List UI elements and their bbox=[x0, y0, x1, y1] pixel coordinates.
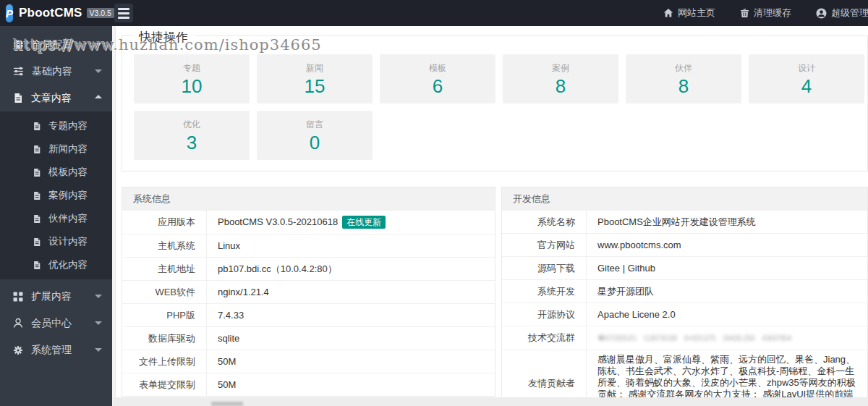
stat-card-special[interactable]: 专题 10 bbox=[134, 54, 250, 103]
stat-card-case[interactable]: 案例 8 bbox=[503, 54, 618, 103]
qq-groups-blurred: �9725052GG2873G088×82G37509435-258436978… bbox=[587, 326, 867, 350]
stat-card-optimize[interactable]: 优化 3 bbox=[134, 111, 250, 160]
subitem-label: 优化内容 bbox=[48, 258, 88, 271]
row-label: 文件上传限制 bbox=[122, 350, 207, 373]
stat-card-design[interactable]: 设计 4 bbox=[749, 54, 864, 103]
file-icon bbox=[33, 122, 41, 131]
row-label: 主机系统 bbox=[122, 234, 207, 257]
stat-value: 6 bbox=[380, 75, 495, 97]
table-row: 官方网站 www.pbootcms.com bbox=[502, 233, 867, 256]
topbar-links: 网站主页 清理缓存 超级管理员 bbox=[663, 7, 868, 20]
footer-strip bbox=[113, 397, 868, 406]
row-value: PbootCMS V3.0.5-20210618在线更新 bbox=[207, 211, 495, 234]
admin-user-menu[interactable]: 超级管理员 bbox=[816, 7, 868, 20]
sidebar-subitem-design[interactable]: 设计内容 bbox=[0, 230, 112, 253]
stat-card-message[interactable]: 留言 0 bbox=[257, 111, 373, 160]
version-badge: V3.0.5 bbox=[87, 8, 114, 18]
row-value: PbootCMS企业网站开发建设管理系统 bbox=[587, 211, 867, 233]
stat-label: 模板 bbox=[380, 62, 495, 75]
subitem-label: 模板内容 bbox=[48, 166, 88, 179]
hamburger-menu-icon[interactable] bbox=[114, 4, 133, 22]
sidebar-subitem-special[interactable]: 专题内容 bbox=[0, 114, 112, 138]
row-value: sqlite bbox=[207, 327, 495, 350]
official-site-link[interactable]: www.pbootcms.com bbox=[587, 234, 867, 256]
sidebar-subitem-optimize[interactable]: 优化内容 bbox=[0, 253, 112, 276]
sidebar-item-member-center[interactable]: 会员中心 bbox=[0, 310, 112, 337]
online-update-button[interactable]: 在线更新 bbox=[342, 216, 386, 229]
clear-cache-label: 清理缓存 bbox=[754, 7, 791, 20]
chevron-down-icon bbox=[95, 43, 102, 46]
row-value: 7.4.33 bbox=[207, 304, 495, 326]
blurred-group-number: 09435-258 bbox=[723, 334, 754, 342]
row-value: 星梦开源团队 bbox=[587, 280, 867, 303]
chevron-up-icon bbox=[95, 95, 102, 98]
info-tables: 系统信息 应用版本 PbootCMS V3.0.5-20210618在线更新 主… bbox=[122, 187, 868, 406]
sidebar-item-extend-content[interactable]: 扩展内容 bbox=[0, 283, 112, 310]
sidebar-subitem-news[interactable]: 新闻内容 bbox=[0, 138, 112, 161]
table-row: 源码下载 Gitee | Github bbox=[502, 256, 867, 279]
admin-user-label: 超级管理员 bbox=[831, 7, 868, 20]
system-info-table: 系统信息 应用版本 PbootCMS V3.0.5-20210618在线更新 主… bbox=[122, 187, 495, 397]
subitem-label: 设计内容 bbox=[48, 235, 88, 248]
row-label: 数据库驱动 bbox=[122, 327, 207, 350]
row-label: 表单提交限制 bbox=[122, 373, 207, 396]
sidebar-item-basic-content[interactable]: 基础内容 bbox=[0, 58, 112, 85]
stat-card-partner[interactable]: 伙伴 8 bbox=[626, 54, 741, 103]
table-row: 主机系统 Linux bbox=[122, 234, 495, 257]
table-row: 系统开发 星梦开源团队 bbox=[502, 279, 867, 303]
logo-area: P PbootCMS V3.0.5 bbox=[0, 0, 112, 26]
subitem-label: 伙伴内容 bbox=[48, 212, 88, 225]
row-label: 主机地址 bbox=[122, 258, 207, 280]
source-download-links[interactable]: Gitee | Github bbox=[587, 257, 867, 279]
stat-label: 专题 bbox=[134, 62, 250, 75]
stat-value: 15 bbox=[257, 75, 373, 97]
app-version-text: PbootCMS V3.0.5-20210618 bbox=[218, 216, 338, 227]
table-row: 数据库驱动 sqlite bbox=[122, 326, 495, 350]
stat-value: 4 bbox=[749, 75, 864, 97]
chevron-down-icon bbox=[95, 295, 102, 298]
stat-value: 8 bbox=[503, 75, 618, 97]
stat-label: 留言 bbox=[257, 119, 373, 131]
stat-value: 3 bbox=[134, 132, 250, 153]
row-value: nginx/1.21.4 bbox=[207, 281, 495, 303]
sidebar-item-system-manage[interactable]: 系统管理 bbox=[0, 337, 112, 363]
table-row: 开源协议 Apache Licene 2.0 bbox=[502, 303, 867, 326]
sidebar-item-label: 文章内容 bbox=[31, 92, 72, 105]
table-row: WEB软件 nginx/1.21.4 bbox=[122, 280, 495, 303]
trash-icon bbox=[740, 8, 749, 18]
row-label: WEB软件 bbox=[122, 281, 207, 303]
sidebar-subitem-template[interactable]: 模板内容 bbox=[0, 161, 112, 184]
table-title: 系统信息 bbox=[122, 187, 495, 210]
file-icon bbox=[33, 191, 41, 200]
clear-cache-link[interactable]: 清理缓存 bbox=[740, 7, 791, 20]
chevron-down-icon bbox=[95, 321, 102, 325]
sidebar-subitem-partner[interactable]: 伙伴内容 bbox=[0, 207, 112, 230]
blurred-group-number: 43697804 bbox=[762, 334, 791, 342]
content-scrollbar[interactable] bbox=[112, 26, 116, 406]
file-icon bbox=[33, 214, 41, 224]
table-row: PHP版 7.4.33 bbox=[122, 303, 495, 326]
blurred-group-number: G2873G08 bbox=[644, 334, 677, 342]
sidebar-item-label: 会员中心 bbox=[31, 317, 72, 330]
stat-card-template[interactable]: 模板 6 bbox=[380, 54, 495, 103]
row-label: 系统开发 bbox=[502, 280, 587, 303]
file-icon bbox=[33, 168, 41, 177]
stat-value: 8 bbox=[626, 75, 741, 97]
sidebar-item-global-config[interactable]: 全局配置 bbox=[0, 31, 112, 58]
sidebar-submenu-article: 专题内容 新闻内容 模板内容 案例内容 伙伴内容 bbox=[0, 111, 112, 279]
subitem-label: 新闻内容 bbox=[48, 143, 88, 156]
table-row: 主机地址 pb107.bdi.cc（10.0.4.2:80） bbox=[122, 257, 495, 280]
sidebar-subitem-case[interactable]: 案例内容 bbox=[0, 184, 112, 207]
user-circle-icon bbox=[816, 8, 827, 19]
table-title: 开发信息 bbox=[502, 187, 867, 210]
brand-title: PbootCMS bbox=[19, 6, 82, 20]
stat-card-news[interactable]: 新闻 15 bbox=[257, 54, 373, 103]
main-content: 快捷操作 专题 10 新闻 15 模板 6 案例 8 伙伴 8 bbox=[112, 26, 868, 406]
stat-value: 0 bbox=[257, 132, 373, 153]
site-home-link[interactable]: 网站主页 bbox=[663, 7, 715, 20]
sidebar-item-article-content[interactable]: 文章内容 bbox=[0, 85, 112, 111]
chevron-down-icon bbox=[95, 348, 102, 352]
table-row: 表单提交限制 50M bbox=[122, 373, 495, 396]
file-icon bbox=[13, 93, 23, 103]
subitem-label: 案例内容 bbox=[48, 189, 88, 202]
